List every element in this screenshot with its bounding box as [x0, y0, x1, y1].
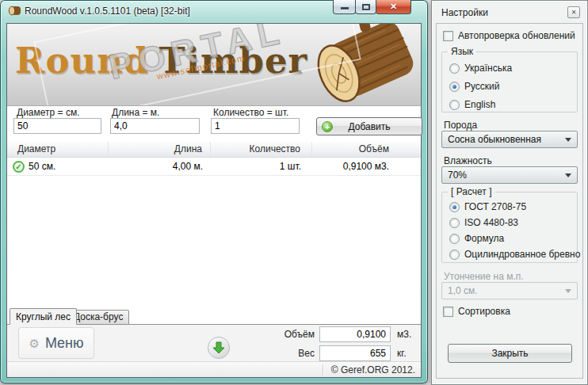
- sorting-checkbox[interactable]: Сортировка: [443, 306, 510, 317]
- radio-russian[interactable]: Русский: [449, 81, 500, 92]
- table-row[interactable]: ✓ 50 см. 4,00 м. 1 шт. 0,9100 м3.: [7, 158, 421, 176]
- minimize-button[interactable]: [333, 0, 356, 14]
- radio-ukrainian[interactable]: Українська: [449, 63, 512, 74]
- settings-window: Настройки ✕ Автопроверка обновлений Язык…: [431, 0, 588, 385]
- menu-button-label: Меню: [45, 335, 84, 352]
- radio-icon-selected: [449, 202, 460, 212]
- weight-total-input[interactable]: [319, 345, 391, 361]
- species-value: Сосна обыкновенная: [448, 134, 541, 145]
- logo-word-round: Round: [15, 40, 149, 82]
- chevron-down-icon: [565, 173, 571, 177]
- window-content: RoundTimber PORTAL www.softportal.com: [6, 23, 422, 378]
- taper-value: 1,0 см.: [448, 285, 478, 296]
- humidity-dropdown[interactable]: 70%: [441, 166, 578, 184]
- close-button[interactable]: ✕: [376, 0, 411, 14]
- quantity-input[interactable]: [211, 118, 300, 134]
- minimize-icon: [341, 7, 349, 10]
- humidity-value: 70%: [448, 170, 467, 181]
- radio-cylindered-log[interactable]: Оцилиндрованное бревно: [449, 249, 580, 260]
- radio-icon: [449, 100, 460, 110]
- chevron-down-icon: [565, 138, 571, 142]
- logo-banner: RoundTimber PORTAL www.softportal.com: [7, 24, 421, 106]
- radio-icon: [449, 63, 460, 74]
- col-header-diameter[interactable]: Диаметр: [7, 142, 109, 157]
- diameter-label: Диаметр = см.: [17, 107, 79, 118]
- chevron-down-icon: [565, 289, 571, 293]
- length-label: Длина = м.: [112, 107, 159, 118]
- maximize-button[interactable]: [355, 0, 376, 14]
- volume-total-label: Объём: [245, 329, 315, 340]
- settings-close-button[interactable]: ✕: [567, 6, 580, 18]
- bottom-panel: ⚙ Меню Объём м3. Вес кг.: [7, 325, 421, 361]
- language-group: Язык Українська Русский English: [441, 51, 578, 112]
- species-dropdown[interactable]: Сосна обыкновенная: [441, 131, 578, 148]
- length-input[interactable]: [110, 118, 200, 134]
- taper-dropdown: 1,0 см.: [441, 282, 578, 299]
- gear-icon: ⚙: [29, 337, 39, 349]
- col-header-length[interactable]: Длина: [109, 142, 211, 157]
- add-button-label: Добавить: [317, 121, 422, 132]
- col-header-volume[interactable]: Объём: [312, 142, 421, 157]
- weight-total-label: Вес: [245, 348, 315, 359]
- settings-close-dialog-button[interactable]: Закрыть: [448, 344, 572, 363]
- window-controls: ✕: [334, 0, 411, 14]
- species-label: Порода: [444, 120, 477, 131]
- quantity-label: Количество = шт.: [213, 107, 288, 118]
- volume-unit: м3.: [397, 329, 411, 340]
- taper-label: Утончение на м.п.: [444, 271, 524, 282]
- checkbox-icon: [443, 31, 453, 41]
- autocheck-checkbox[interactable]: Автопроверка обновлений: [443, 30, 575, 41]
- app-log-icon: [8, 5, 21, 17]
- settings-title: Настройки: [441, 7, 488, 18]
- roundwood-window: RoundWood v.1.0.5.1101 (beta) [32-bit] ✕…: [0, 0, 428, 383]
- autocheck-label: Автопроверка обновлений: [458, 30, 575, 41]
- download-arrow-button[interactable]: [208, 337, 230, 359]
- titlebar: RoundWood v.1.0.5.1101 (beta) [32-bit] ✕: [0, 0, 428, 22]
- col-header-quantity[interactable]: Количество: [211, 142, 312, 157]
- log-image: [302, 24, 421, 105]
- add-button[interactable]: + Добавить: [316, 117, 422, 135]
- row-volume: 0,9100 м3.: [312, 161, 421, 172]
- row-length: 4,00 м.: [109, 161, 211, 172]
- sorting-label: Сортировка: [458, 306, 510, 317]
- statusbar: © Geref.ORG 2012.: [7, 361, 421, 377]
- tab-strip: Круглый лес Доска-брус: [7, 308, 421, 325]
- window-title: RoundWood v.1.0.5.1101 (beta) [32-bit]: [25, 6, 190, 17]
- radio-icon: [449, 234, 460, 244]
- calculation-group-label: [ Расчет ]: [448, 186, 495, 197]
- settings-frame: Автопроверка обновлений Язык Українська …: [436, 23, 583, 379]
- radio-icon: [449, 250, 460, 260]
- row-check-icon: ✓: [13, 161, 25, 173]
- radio-icon-selected: [449, 82, 460, 92]
- calculation-group: [ Расчет ] ГОСТ 2708-75 ISO 4480-83 Форм…: [441, 192, 578, 263]
- radio-icon: [449, 218, 460, 228]
- diameter-input[interactable]: [13, 118, 101, 134]
- menu-button[interactable]: ⚙ Меню: [18, 327, 94, 359]
- radio-english[interactable]: English: [449, 99, 495, 110]
- checkbox-icon: [443, 307, 453, 317]
- green-down-arrow-icon: [212, 341, 225, 354]
- logo-word-timber: Timber: [158, 40, 307, 82]
- row-diameter: 50 см.: [29, 161, 55, 172]
- language-group-label: Язык: [448, 46, 476, 57]
- maximize-icon: [362, 4, 370, 10]
- volume-total-input[interactable]: [319, 326, 391, 342]
- logo-title: RoundTimber: [15, 40, 307, 82]
- humidity-label: Влажность: [444, 155, 492, 166]
- radio-iso[interactable]: ISO 4480-83: [449, 217, 518, 228]
- radio-formula[interactable]: Формула: [449, 233, 504, 244]
- table-header[interactable]: Диаметр Длина Количество Объём: [7, 142, 421, 158]
- radio-gost[interactable]: ГОСТ 2708-75: [449, 201, 526, 212]
- statusbar-divider: [323, 364, 323, 375]
- row-quantity: 1 шт.: [211, 161, 312, 172]
- weight-unit: кг.: [397, 348, 407, 359]
- tab-round-timber[interactable]: Круглый лес: [10, 308, 77, 325]
- copyright-text: © Geref.ORG 2012.: [331, 364, 415, 375]
